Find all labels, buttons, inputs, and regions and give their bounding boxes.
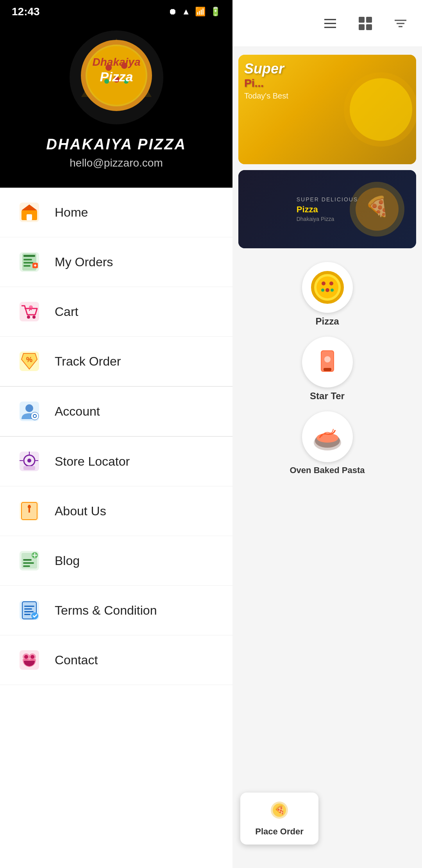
status-bar: 12:43 ⏺ ▲ 📶 🔋: [0, 0, 232, 23]
about-label: About Us: [55, 504, 106, 518]
svg-point-92: [321, 289, 324, 292]
app-logo: Dhakaiya Pizza: [66, 27, 167, 128]
category-pizza[interactable]: Pizza: [238, 262, 416, 327]
banner-1: Super Pi... Today's Best: [238, 55, 416, 164]
status-time: 12:43: [12, 5, 40, 18]
menu-item-account[interactable]: Account: [0, 387, 232, 436]
svg-text:Dhakaiya: Dhakaiya: [92, 56, 140, 68]
svg-rect-18: [23, 255, 35, 257]
grid-view-button[interactable]: [352, 10, 379, 37]
svg-point-91: [325, 288, 329, 292]
app-email: hello@pizzaro.com: [70, 157, 163, 169]
svg-rect-15: [27, 214, 32, 220]
wifi-icon: ▲: [182, 7, 190, 17]
svg-point-70: [24, 655, 28, 659]
menu-toggle-button[interactable]: [316, 10, 344, 37]
app-name: DHAKAIYA PIZZA: [46, 136, 186, 153]
svg-point-27: [32, 316, 36, 319]
svg-rect-19: [23, 259, 32, 260]
store-locator-label: Store Locator: [55, 454, 130, 469]
menu-item-home[interactable]: Home: [0, 188, 232, 237]
menu-item-track[interactable]: % Track Order: [0, 337, 232, 386]
svg-rect-77: [359, 24, 365, 30]
place-order-button[interactable]: 🍕 Place Order: [240, 793, 318, 845]
logo-container: Dhakaiya Pizza: [66, 27, 167, 128]
home-icon: [16, 199, 43, 226]
svg-rect-45: [23, 466, 35, 470]
svg-text:Pizza: Pizza: [100, 69, 133, 84]
menu-item-about[interactable]: i About Us: [0, 486, 232, 536]
drawer-menu: Home My Orders: [0, 188, 232, 868]
account-label: Account: [55, 404, 100, 419]
category-starter[interactable]: Star Ter: [238, 337, 416, 402]
about-icon: i: [16, 497, 43, 525]
svg-rect-50: [28, 505, 31, 508]
orders-icon: [16, 248, 43, 276]
svg-rect-76: [366, 17, 372, 23]
track-label: Track Order: [55, 354, 121, 369]
svg-point-40: [27, 459, 31, 463]
svg-rect-58: [23, 565, 30, 567]
record-icon: ⏺: [168, 7, 177, 17]
svg-point-26: [27, 316, 30, 319]
svg-point-98: [324, 356, 331, 362]
category-pasta[interactable]: Oven Baked Pasta: [238, 411, 416, 475]
menu-item-store[interactable]: Store Locator: [0, 437, 232, 486]
menu-item-cart[interactable]: Cart: [0, 287, 232, 337]
svg-text:🍕: 🍕: [365, 195, 390, 218]
banner-2: Super Delicious Pizza Dhakaiya Pizza 🍕: [238, 170, 416, 248]
svg-rect-97: [324, 368, 331, 371]
menu-item-blog[interactable]: Blog: [0, 536, 232, 586]
blog-label: Blog: [55, 554, 80, 568]
navigation-drawer: Dhakaiya Pizza DHAKAIYA PIZZA hello@pizz…: [0, 0, 232, 868]
menu-item-orders[interactable]: My Orders: [0, 237, 232, 287]
svg-text:i: i: [28, 503, 31, 515]
categories-section: Pizza Star Ter: [232, 254, 422, 493]
blog-icon: [16, 547, 43, 574]
starter-category-label: Star Ter: [310, 391, 345, 402]
menu-item-terms[interactable]: Terms & Condition: [0, 586, 232, 635]
main-header: [232, 0, 422, 47]
svg-text:%: %: [26, 356, 32, 364]
terms-icon: [16, 597, 43, 624]
track-icon: %: [16, 348, 43, 375]
svg-rect-65: [24, 614, 30, 615]
pasta-category-label: Oven Baked Pasta: [290, 465, 365, 475]
sort-button[interactable]: [387, 10, 414, 37]
svg-point-66: [31, 612, 38, 619]
svg-rect-57: [23, 562, 34, 564]
svg-point-90: [329, 282, 333, 285]
drawer-header: Dhakaiya Pizza DHAKAIYA PIZZA hello@pizz…: [0, 0, 232, 188]
place-order-icon: 🍕: [270, 800, 289, 823]
contact-icon: [16, 646, 43, 674]
svg-point-71: [30, 655, 34, 659]
svg-rect-20: [23, 262, 33, 264]
svg-point-34: [25, 404, 33, 412]
svg-point-37: [34, 415, 36, 417]
svg-rect-21: [23, 265, 30, 267]
orders-label: My Orders: [55, 255, 113, 269]
svg-text:🍕: 🍕: [274, 805, 285, 815]
svg-point-88: [316, 276, 338, 298]
svg-rect-63: [24, 608, 32, 610]
store-locator-icon: [16, 448, 43, 475]
svg-rect-64: [24, 611, 34, 612]
signal-icon: 📶: [195, 7, 206, 17]
terms-label: Terms & Condition: [55, 603, 157, 618]
pizza-category-label: Pizza: [315, 316, 339, 327]
svg-point-93: [331, 289, 334, 292]
main-content: Super Pi... Today's Best Super Delicious…: [232, 0, 422, 868]
svg-point-89: [322, 282, 325, 285]
svg-point-28: [29, 305, 33, 309]
svg-rect-75: [359, 17, 365, 23]
cart-label: Cart: [55, 305, 78, 319]
svg-rect-62: [24, 606, 34, 607]
home-label: Home: [55, 205, 88, 220]
cart-icon: [16, 298, 43, 325]
svg-rect-78: [366, 24, 372, 30]
battery-icon: 🔋: [210, 7, 221, 17]
svg-rect-56: [23, 559, 32, 561]
account-icon: [16, 398, 43, 425]
contact-label: Contact: [55, 653, 98, 667]
menu-item-contact[interactable]: Contact: [0, 635, 232, 685]
